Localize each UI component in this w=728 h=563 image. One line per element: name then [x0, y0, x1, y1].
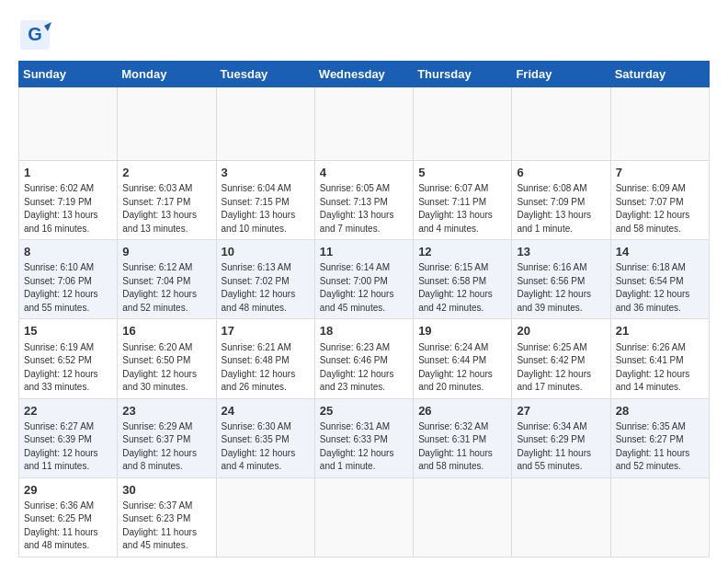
day-info: Sunrise: 6:27 AM Sunset: 6:39 PM Dayligh… — [24, 420, 112, 474]
day-number: 30 — [122, 482, 210, 499]
calendar-cell: 15Sunrise: 6:19 AM Sunset: 6:52 PM Dayli… — [19, 319, 118, 398]
calendar-cell: 14Sunrise: 6:18 AM Sunset: 6:54 PM Dayli… — [610, 240, 709, 319]
day-of-week-sunday: Sunday — [19, 62, 118, 87]
day-info: Sunrise: 6:32 AM Sunset: 6:31 PM Dayligh… — [418, 420, 506, 474]
day-info: Sunrise: 6:37 AM Sunset: 6:23 PM Dayligh… — [122, 500, 210, 553]
day-number: 7 — [616, 165, 704, 181]
day-number: 23 — [122, 403, 210, 419]
logo: G — [18, 18, 55, 52]
day-number: 1 — [24, 165, 112, 181]
calendar-cell — [216, 87, 314, 161]
day-number: 25 — [320, 403, 408, 419]
calendar-cell: 30Sunrise: 6:37 AM Sunset: 6:23 PM Dayli… — [118, 477, 216, 557]
day-number: 28 — [616, 403, 704, 419]
day-number: 9 — [122, 244, 210, 260]
day-number: 15 — [24, 323, 112, 339]
calendar-cell: 17Sunrise: 6:21 AM Sunset: 6:48 PM Dayli… — [216, 319, 314, 398]
calendar-cell: 27Sunrise: 6:34 AM Sunset: 6:29 PM Dayli… — [512, 398, 610, 477]
day-number: 5 — [418, 165, 506, 181]
day-number: 22 — [24, 403, 112, 419]
day-info: Sunrise: 6:03 AM Sunset: 7:17 PM Dayligh… — [122, 182, 210, 236]
day-info: Sunrise: 6:29 AM Sunset: 6:37 PM Dayligh… — [122, 420, 210, 474]
calendar-cell: 6Sunrise: 6:08 AM Sunset: 7:09 PM Daylig… — [512, 161, 610, 240]
day-info: Sunrise: 6:19 AM Sunset: 6:52 PM Dayligh… — [24, 341, 112, 395]
calendar-header: SundayMondayTuesdayWednesdayThursdayFrid… — [19, 62, 710, 87]
calendar-cell: 2Sunrise: 6:03 AM Sunset: 7:17 PM Daylig… — [118, 161, 216, 240]
day-info: Sunrise: 6:04 AM Sunset: 7:15 PM Dayligh… — [222, 182, 310, 236]
calendar-cell: 9Sunrise: 6:12 AM Sunset: 7:04 PM Daylig… — [118, 240, 216, 319]
day-info: Sunrise: 6:25 AM Sunset: 6:42 PM Dayligh… — [517, 341, 605, 395]
day-number: 11 — [320, 244, 408, 260]
header-row: SundayMondayTuesdayWednesdayThursdayFrid… — [19, 62, 710, 87]
calendar-body: 1Sunrise: 6:02 AM Sunset: 7:19 PM Daylig… — [19, 87, 710, 557]
day-info: Sunrise: 6:09 AM Sunset: 7:07 PM Dayligh… — [616, 182, 704, 236]
day-number: 14 — [616, 244, 704, 260]
day-number: 4 — [320, 165, 408, 181]
calendar-cell — [314, 87, 413, 161]
calendar-cell: 7Sunrise: 6:09 AM Sunset: 7:07 PM Daylig… — [610, 161, 709, 240]
day-number: 18 — [320, 323, 408, 339]
day-info: Sunrise: 6:31 AM Sunset: 6:33 PM Dayligh… — [320, 420, 408, 474]
calendar-cell: 11Sunrise: 6:14 AM Sunset: 7:00 PM Dayli… — [314, 240, 413, 319]
calendar-cell — [512, 477, 610, 557]
calendar-cell: 10Sunrise: 6:13 AM Sunset: 7:02 PM Dayli… — [216, 240, 314, 319]
day-number: 29 — [24, 482, 112, 499]
day-number: 27 — [517, 403, 605, 419]
calendar-cell — [314, 477, 413, 557]
svg-text:G: G — [28, 24, 42, 44]
day-info: Sunrise: 6:34 AM Sunset: 6:29 PM Dayligh… — [517, 420, 605, 474]
calendar-cell: 8Sunrise: 6:10 AM Sunset: 7:06 PM Daylig… — [19, 240, 118, 319]
day-info: Sunrise: 6:08 AM Sunset: 7:09 PM Dayligh… — [517, 182, 605, 236]
day-number: 12 — [418, 244, 506, 260]
calendar-row: 1Sunrise: 6:02 AM Sunset: 7:19 PM Daylig… — [19, 161, 710, 240]
calendar-cell: 3Sunrise: 6:04 AM Sunset: 7:15 PM Daylig… — [216, 161, 314, 240]
calendar-cell: 20Sunrise: 6:25 AM Sunset: 6:42 PM Dayli… — [512, 319, 610, 398]
calendar-cell: 16Sunrise: 6:20 AM Sunset: 6:50 PM Dayli… — [118, 319, 216, 398]
calendar-cell: 28Sunrise: 6:35 AM Sunset: 6:27 PM Dayli… — [610, 398, 709, 477]
day-number: 17 — [222, 323, 310, 339]
calendar-row: 29Sunrise: 6:36 AM Sunset: 6:25 PM Dayli… — [19, 477, 710, 557]
day-number: 2 — [122, 165, 210, 181]
day-number: 20 — [517, 323, 605, 339]
calendar-cell — [414, 87, 512, 161]
calendar-cell: 13Sunrise: 6:16 AM Sunset: 6:56 PM Dayli… — [512, 240, 610, 319]
day-info: Sunrise: 6:24 AM Sunset: 6:44 PM Dayligh… — [418, 341, 506, 395]
day-of-week-thursday: Thursday — [414, 62, 512, 87]
day-of-week-friday: Friday — [512, 62, 610, 87]
calendar-row: 22Sunrise: 6:27 AM Sunset: 6:39 PM Dayli… — [19, 398, 710, 477]
day-info: Sunrise: 6:02 AM Sunset: 7:19 PM Dayligh… — [24, 182, 112, 236]
day-info: Sunrise: 6:18 AM Sunset: 6:54 PM Dayligh… — [616, 261, 704, 315]
day-number: 16 — [122, 323, 210, 339]
calendar-row — [19, 87, 710, 161]
calendar-row: 8Sunrise: 6:10 AM Sunset: 7:06 PM Daylig… — [19, 240, 710, 319]
calendar-cell: 4Sunrise: 6:05 AM Sunset: 7:13 PM Daylig… — [314, 161, 413, 240]
calendar-cell: 22Sunrise: 6:27 AM Sunset: 6:39 PM Dayli… — [19, 398, 118, 477]
calendar-cell: 26Sunrise: 6:32 AM Sunset: 6:31 PM Dayli… — [414, 398, 512, 477]
day-number: 19 — [418, 323, 506, 339]
calendar-cell — [19, 87, 118, 161]
day-number: 3 — [222, 165, 310, 181]
day-number: 6 — [517, 165, 605, 181]
day-info: Sunrise: 6:15 AM Sunset: 6:58 PM Dayligh… — [418, 261, 506, 315]
day-info: Sunrise: 6:23 AM Sunset: 6:46 PM Dayligh… — [320, 341, 408, 395]
calendar-table: SundayMondayTuesdayWednesdayThursdayFrid… — [18, 61, 710, 557]
calendar-cell: 29Sunrise: 6:36 AM Sunset: 6:25 PM Dayli… — [19, 477, 118, 557]
day-info: Sunrise: 6:05 AM Sunset: 7:13 PM Dayligh… — [320, 182, 408, 236]
day-of-week-monday: Monday — [118, 62, 216, 87]
calendar-cell: 25Sunrise: 6:31 AM Sunset: 6:33 PM Dayli… — [314, 398, 413, 477]
calendar-cell: 24Sunrise: 6:30 AM Sunset: 6:35 PM Dayli… — [216, 398, 314, 477]
day-info: Sunrise: 6:13 AM Sunset: 7:02 PM Dayligh… — [222, 261, 310, 315]
calendar-cell: 12Sunrise: 6:15 AM Sunset: 6:58 PM Dayli… — [414, 240, 512, 319]
calendar-cell — [216, 477, 314, 557]
day-of-week-tuesday: Tuesday — [216, 62, 314, 87]
day-info: Sunrise: 6:21 AM Sunset: 6:48 PM Dayligh… — [222, 341, 310, 395]
calendar-cell: 1Sunrise: 6:02 AM Sunset: 7:19 PM Daylig… — [19, 161, 118, 240]
calendar-row: 15Sunrise: 6:19 AM Sunset: 6:52 PM Dayli… — [19, 319, 710, 398]
calendar-cell — [610, 87, 709, 161]
day-info: Sunrise: 6:12 AM Sunset: 7:04 PM Dayligh… — [122, 261, 210, 315]
logo-icon: G — [18, 18, 51, 52]
calendar-cell: 21Sunrise: 6:26 AM Sunset: 6:41 PM Dayli… — [610, 319, 709, 398]
calendar-cell — [610, 477, 709, 557]
day-info: Sunrise: 6:30 AM Sunset: 6:35 PM Dayligh… — [222, 420, 310, 474]
calendar-cell — [512, 87, 610, 161]
